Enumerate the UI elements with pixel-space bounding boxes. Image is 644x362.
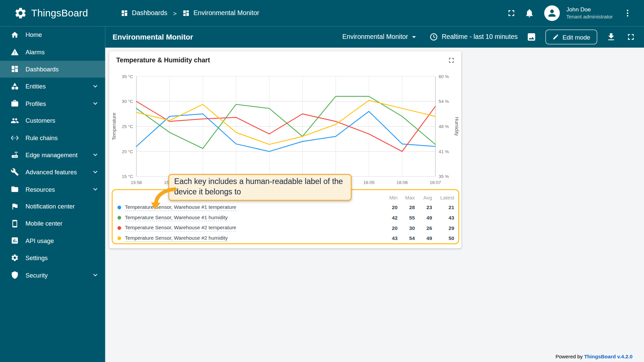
- shield-icon: [11, 271, 19, 279]
- wrench-icon: [11, 168, 19, 176]
- sidebar-item-notification-center[interactable]: Notification center: [0, 198, 105, 215]
- sidebar-item-label: Entities: [25, 83, 85, 90]
- user-info[interactable]: John Doe Tenant administrator: [566, 6, 613, 20]
- stat-latest: 29: [432, 225, 454, 231]
- dashboard-canvas: Temperature & Humidity chart 15:5815:591…: [105, 48, 644, 362]
- bar-chart-icon: [11, 237, 19, 245]
- sidebar-item-home[interactable]: Home: [0, 26, 105, 43]
- bell-icon: [524, 8, 534, 18]
- svg-text:16:07: 16:07: [430, 180, 441, 185]
- svg-text:16:05: 16:05: [363, 180, 375, 185]
- sidebar-item-dashboards[interactable]: Dashboards: [0, 61, 105, 78]
- sidebar-item-settings[interactable]: Settings: [0, 249, 105, 266]
- legend-col-latest: Latest: [432, 195, 454, 201]
- sidebar-item-rule-chains[interactable]: Rule chains: [0, 129, 105, 146]
- svg-text:30 °C: 30 °C: [122, 99, 133, 104]
- briefcase-icon: [11, 99, 19, 107]
- legend-col-max: Max: [397, 195, 415, 201]
- image-icon: [527, 32, 536, 42]
- fullscreen-button[interactable]: [505, 7, 517, 19]
- series-name: Temperature Sensor, Warehouse #1 tempera…: [125, 204, 236, 211]
- fullscreen-icon: [506, 8, 516, 18]
- series-color-dot: [117, 236, 121, 240]
- timewindow-button[interactable]: Realtime - last 10 minutes: [429, 33, 518, 42]
- sidebar-item-profiles[interactable]: Profiles: [0, 95, 105, 112]
- sidebar-item-label: Security: [25, 272, 85, 279]
- legend-row[interactable]: Temperature Sensor, Warehouse #2 humidit…: [113, 233, 459, 244]
- sidebar-item-api-usage[interactable]: API usage: [0, 232, 105, 249]
- sidebar-item-resources[interactable]: Resources: [0, 181, 105, 198]
- warning-icon: [11, 48, 19, 56]
- avatar[interactable]: [544, 5, 560, 21]
- svg-text:54 %: 54 %: [439, 99, 449, 104]
- sidebar-item-edge-management[interactable]: Edge management: [0, 146, 105, 164]
- svg-text:20 °C: 20 °C: [122, 149, 133, 154]
- stat-min: 42: [380, 215, 397, 221]
- sidebar-item-label: Dashboards: [25, 66, 99, 73]
- sidebar-item-security[interactable]: Security: [0, 266, 105, 284]
- thingsboard-logo[interactable]: ThingsBoard: [0, 7, 105, 20]
- series-name: Temperature Sensor, Warehouse #2 tempera…: [125, 225, 236, 231]
- top-bar: ThingsBoard Dashboards > Environmental M…: [0, 0, 644, 26]
- chevron-down-icon: [91, 151, 99, 159]
- legend-col-min: Min: [380, 195, 397, 201]
- sidebar-item-alarms[interactable]: Alarms: [0, 44, 105, 61]
- thingsboard-app: ThingsBoard Dashboards > Environmental M…: [0, 0, 644, 362]
- legend-row[interactable]: Temperature Sensor, Warehouse #2 tempera…: [113, 223, 459, 233]
- breadcrumb: Dashboards > Environmental Monitor: [121, 9, 259, 17]
- home-icon: [11, 31, 19, 39]
- powered-by: Powered by ThingsBoard v.4.2.0: [555, 354, 632, 360]
- sidebar-item-label: Resources: [25, 186, 85, 193]
- dashboard-state-selector[interactable]: Environmental Monitor: [340, 32, 421, 42]
- widget-title: Temperature & Humidity chart: [116, 57, 210, 64]
- sidebar-item-mobile-center[interactable]: Mobile center: [0, 215, 105, 232]
- person-icon: [546, 8, 557, 18]
- edit-mode-button[interactable]: Edit mode: [546, 29, 597, 44]
- thingsboard-logo-icon: [14, 7, 27, 20]
- sidebar: Home Alarms Dashboards Entities Profiles…: [0, 26, 105, 362]
- sidebar-item-label: Advanced features: [25, 169, 85, 176]
- svg-text:35 %: 35 %: [439, 174, 449, 179]
- fullscreen-icon: [626, 32, 636, 42]
- sidebar-item-label: Home: [25, 32, 99, 39]
- stat-max: 54: [397, 235, 415, 241]
- widget-fullscreen-button[interactable]: [447, 56, 455, 64]
- thingsboard-version-link[interactable]: ThingsBoard v.4.2.0: [584, 354, 632, 360]
- series-label: Temperature Sensor, Warehouse #2 humidit…: [113, 235, 380, 242]
- series-label: Temperature Sensor, Warehouse #2 tempera…: [113, 225, 380, 231]
- sidebar-item-label: Alarms: [25, 49, 99, 56]
- sidebar-item-label: Notification center: [25, 203, 99, 210]
- sidebar-item-entities[interactable]: Entities: [0, 78, 105, 95]
- breadcrumb-environmental-monitor[interactable]: Environmental Monitor: [182, 9, 259, 17]
- series-color-dot: [117, 205, 121, 209]
- state-selector-label: Environmental Monitor: [342, 33, 408, 41]
- legend-row[interactable]: Temperature Sensor, Warehouse #1 humidit…: [113, 213, 459, 223]
- download-button[interactable]: [605, 31, 617, 43]
- sidebar-item-advanced-features[interactable]: Advanced features: [0, 164, 105, 181]
- breadcrumb-label: Dashboards: [132, 9, 167, 17]
- svg-text:15 °C: 15 °C: [122, 174, 133, 179]
- router-icon: [11, 151, 19, 159]
- stat-latest: 21: [432, 204, 454, 210]
- fullscreen-dashboard-button[interactable]: [625, 31, 637, 43]
- sidebar-item-label: Rule chains: [25, 134, 99, 141]
- chevron-down-icon: [91, 99, 99, 107]
- notifications-button[interactable]: [524, 7, 535, 19]
- top-bar-actions: John Doe Tenant administrator: [505, 5, 644, 21]
- breadcrumb-label: Environmental Monitor: [194, 9, 259, 17]
- more-menu-button[interactable]: [622, 7, 633, 19]
- callout-arrow-icon: [150, 187, 178, 211]
- powered-by-text: Powered by: [555, 354, 583, 360]
- breadcrumb-dashboards[interactable]: Dashboards: [121, 9, 167, 17]
- chevron-down-icon: [91, 185, 99, 193]
- sidebar-item-customers[interactable]: Customers: [0, 112, 105, 129]
- app-name: ThingsBoard: [31, 7, 88, 19]
- dashboards-grid-icon: [121, 9, 128, 17]
- image-export-button[interactable]: [526, 31, 537, 43]
- sidebar-item-label: API usage: [25, 237, 99, 244]
- series-color-dot: [117, 226, 121, 230]
- dashboards-grid-icon: [182, 9, 190, 17]
- smartphone-icon: [11, 220, 19, 228]
- chart-widget: Temperature & Humidity chart 15:5815:591…: [109, 51, 461, 248]
- legend-col-avg: Avg: [415, 195, 432, 201]
